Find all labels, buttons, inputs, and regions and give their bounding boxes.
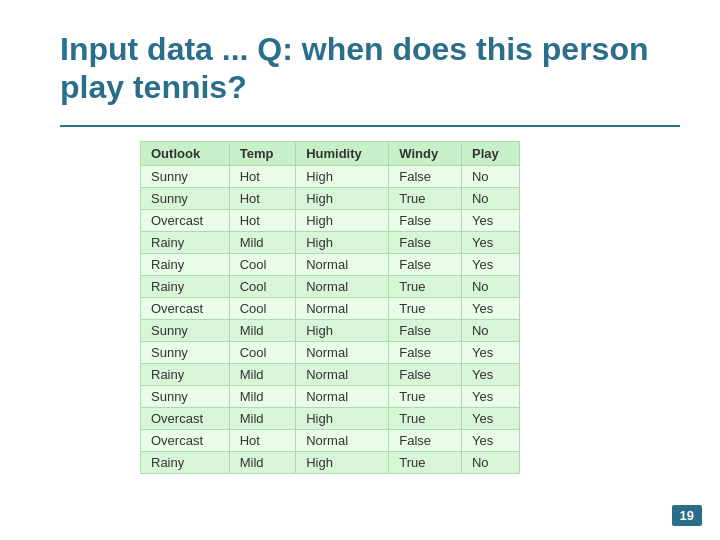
cell-7-2: High [296, 319, 389, 341]
cell-0-2: High [296, 165, 389, 187]
cell-9-4: Yes [461, 363, 519, 385]
cell-8-4: Yes [461, 341, 519, 363]
cell-4-0: Rainy [141, 253, 230, 275]
cell-11-1: Mild [229, 407, 295, 429]
cell-12-2: Normal [296, 429, 389, 451]
cell-5-3: True [389, 275, 462, 297]
cell-3-4: Yes [461, 231, 519, 253]
cell-1-1: Hot [229, 187, 295, 209]
cell-7-4: No [461, 319, 519, 341]
cell-0-4: No [461, 165, 519, 187]
table-row: RainyMildHighTrueNo [141, 451, 520, 473]
page-container: Input data ... Q: when does this person … [0, 0, 720, 540]
col-header-windy: Windy [389, 141, 462, 165]
cell-5-0: Rainy [141, 275, 230, 297]
cell-6-1: Cool [229, 297, 295, 319]
cell-10-1: Mild [229, 385, 295, 407]
cell-8-2: Normal [296, 341, 389, 363]
col-header-humidity: Humidity [296, 141, 389, 165]
cell-9-0: Rainy [141, 363, 230, 385]
table-row: RainyCoolNormalTrueNo [141, 275, 520, 297]
cell-5-2: Normal [296, 275, 389, 297]
cell-6-0: Overcast [141, 297, 230, 319]
cell-4-2: Normal [296, 253, 389, 275]
cell-5-4: No [461, 275, 519, 297]
cell-7-0: Sunny [141, 319, 230, 341]
cell-2-2: High [296, 209, 389, 231]
table-row: OvercastCoolNormalTrueYes [141, 297, 520, 319]
cell-8-0: Sunny [141, 341, 230, 363]
cell-11-2: High [296, 407, 389, 429]
cell-13-2: High [296, 451, 389, 473]
cell-2-0: Overcast [141, 209, 230, 231]
table-header-row: OutlookTempHumidityWindyPlay [141, 141, 520, 165]
table-row: SunnyHotHighTrueNo [141, 187, 520, 209]
cell-12-4: Yes [461, 429, 519, 451]
col-header-play: Play [461, 141, 519, 165]
table-row: RainyCoolNormalFalseYes [141, 253, 520, 275]
page-number: 19 [672, 505, 702, 526]
cell-7-3: False [389, 319, 462, 341]
cell-11-0: Overcast [141, 407, 230, 429]
cell-9-1: Mild [229, 363, 295, 385]
table-row: OvercastMildHighTrueYes [141, 407, 520, 429]
cell-0-0: Sunny [141, 165, 230, 187]
table-row: SunnyHotHighFalseNo [141, 165, 520, 187]
col-header-outlook: Outlook [141, 141, 230, 165]
cell-13-1: Mild [229, 451, 295, 473]
cell-1-4: No [461, 187, 519, 209]
page-title: Input data ... Q: when does this person … [60, 30, 680, 107]
cell-1-0: Sunny [141, 187, 230, 209]
cell-11-4: Yes [461, 407, 519, 429]
cell-2-4: Yes [461, 209, 519, 231]
cell-9-2: Normal [296, 363, 389, 385]
table-wrapper: OutlookTempHumidityWindyPlay SunnyHotHig… [140, 141, 680, 474]
cell-3-2: High [296, 231, 389, 253]
cell-6-2: Normal [296, 297, 389, 319]
cell-12-1: Hot [229, 429, 295, 451]
table-row: SunnyMildHighFalseNo [141, 319, 520, 341]
cell-6-4: Yes [461, 297, 519, 319]
cell-3-1: Mild [229, 231, 295, 253]
tennis-table: OutlookTempHumidityWindyPlay SunnyHotHig… [140, 141, 520, 474]
cell-8-3: False [389, 341, 462, 363]
table-row: OvercastHotNormalFalseYes [141, 429, 520, 451]
cell-12-3: False [389, 429, 462, 451]
cell-4-3: False [389, 253, 462, 275]
cell-6-3: True [389, 297, 462, 319]
cell-4-1: Cool [229, 253, 295, 275]
cell-10-0: Sunny [141, 385, 230, 407]
cell-12-0: Overcast [141, 429, 230, 451]
cell-13-0: Rainy [141, 451, 230, 473]
cell-11-3: True [389, 407, 462, 429]
table-row: SunnyCoolNormalFalseYes [141, 341, 520, 363]
table-row: RainyMildHighFalseYes [141, 231, 520, 253]
cell-4-4: Yes [461, 253, 519, 275]
cell-3-0: Rainy [141, 231, 230, 253]
table-row: SunnyMildNormalTrueYes [141, 385, 520, 407]
cell-5-1: Cool [229, 275, 295, 297]
col-header-temp: Temp [229, 141, 295, 165]
cell-10-2: Normal [296, 385, 389, 407]
cell-1-2: High [296, 187, 389, 209]
table-row: OvercastHotHighFalseYes [141, 209, 520, 231]
cell-3-3: False [389, 231, 462, 253]
cell-10-3: True [389, 385, 462, 407]
cell-2-3: False [389, 209, 462, 231]
cell-1-3: True [389, 187, 462, 209]
cell-7-1: Mild [229, 319, 295, 341]
cell-9-3: False [389, 363, 462, 385]
cell-13-4: No [461, 451, 519, 473]
title-divider [60, 125, 680, 127]
cell-0-3: False [389, 165, 462, 187]
cell-0-1: Hot [229, 165, 295, 187]
cell-13-3: True [389, 451, 462, 473]
cell-8-1: Cool [229, 341, 295, 363]
cell-10-4: Yes [461, 385, 519, 407]
cell-2-1: Hot [229, 209, 295, 231]
table-row: RainyMildNormalFalseYes [141, 363, 520, 385]
